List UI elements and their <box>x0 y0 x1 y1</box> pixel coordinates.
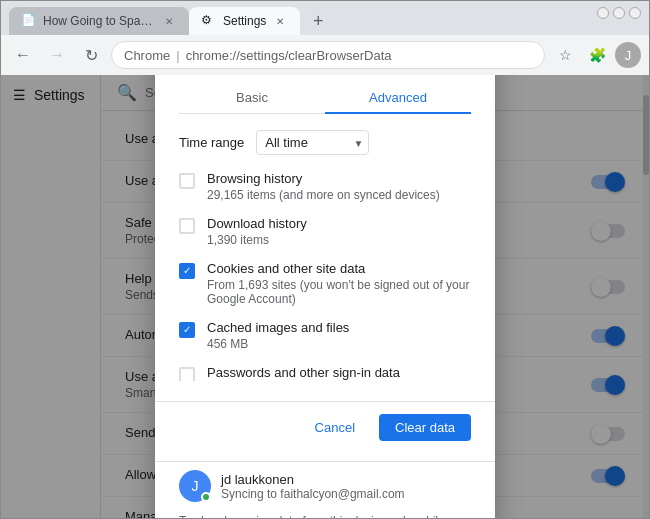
checkbox-cached-images-text: Cached images and files 456 MB <box>207 320 471 351</box>
tab-2-favicon: ⚙ <box>201 13 217 29</box>
checkbox-download-history[interactable]: Download history 1,390 items <box>179 216 471 247</box>
window-controls: ─ □ ✕ <box>597 7 641 19</box>
download-history-label: Download history <box>207 216 471 231</box>
tab-2[interactable]: ⚙ Settings ✕ <box>189 7 300 35</box>
time-range-select[interactable]: All time Last hour Last 24 hours Last 7 … <box>256 130 369 155</box>
account-avatar: J <box>179 470 211 502</box>
restore-button[interactable]: □ <box>613 7 625 19</box>
browsing-history-label: Browsing history <box>207 171 471 186</box>
omnibox-chrome-label: Chrome <box>124 48 170 63</box>
account-email: Syncing to faithalcyon@gmail.com <box>221 487 471 501</box>
checkbox-passwords-text: Passwords and other sign-in data 568 pas… <box>207 365 471 381</box>
sync-status-dot <box>201 492 211 502</box>
checkbox-download-history-text: Download history 1,390 items <box>207 216 471 247</box>
checkbox-cookies[interactable]: Cookies and other site data From 1,693 s… <box>179 261 471 306</box>
title-bar: 📄 How Going to Space Changes th... ✕ ⚙ S… <box>1 1 649 35</box>
checkbox-cookies-input[interactable] <box>179 263 195 279</box>
checkbox-passwords-input[interactable] <box>179 367 195 381</box>
minimize-button[interactable]: ─ <box>597 7 609 19</box>
checkbox-list: Browsing history 29,165 items (and more … <box>179 171 471 381</box>
clear-browsing-dialog: Clear browsing data Basic Advanced Time … <box>155 75 495 518</box>
browsing-history-desc: 29,165 items (and more on synced devices… <box>207 188 471 202</box>
cookies-desc: From 1,693 sites (you won't be signed ou… <box>207 278 471 306</box>
new-tab-button[interactable]: + <box>304 7 332 35</box>
dialog-footer-divider <box>155 401 495 402</box>
tab-1-close-icon[interactable]: ✕ <box>161 13 177 29</box>
tab-1-title: How Going to Space Changes th... <box>43 14 155 28</box>
dialog-body: Time range All time Last hour Last 24 ho… <box>155 114 495 397</box>
modal-backdrop: Clear browsing data Basic Advanced Time … <box>1 75 649 518</box>
forward-button[interactable]: → <box>43 41 71 69</box>
checkbox-passwords[interactable]: Passwords and other sign-in data 568 pas… <box>179 365 471 381</box>
extension-icon[interactable]: 🧩 <box>583 41 611 69</box>
time-range-row: Time range All time Last hour Last 24 ho… <box>179 130 471 155</box>
checkbox-browsing-history-text: Browsing history 29,165 items (and more … <box>207 171 471 202</box>
app-body: ☰ Settings 🔍 Use a pred... Use a web... <box>1 75 649 518</box>
passwords-label: Passwords and other sign-in data <box>207 365 471 380</box>
user-avatar[interactable]: J <box>615 42 641 68</box>
download-history-desc: 1,390 items <box>207 233 471 247</box>
tab-1-favicon: 📄 <box>21 13 37 29</box>
omnibox[interactable]: Chrome | chrome://settings/clearBrowserD… <box>111 41 545 69</box>
cached-images-label: Cached images and files <box>207 320 471 335</box>
dialog-tabs: Basic Advanced <box>179 82 471 114</box>
checkbox-cached-images-input[interactable] <box>179 322 195 338</box>
checkbox-browsing-history[interactable]: Browsing history 29,165 items (and more … <box>179 171 471 202</box>
bookmark-icon[interactable]: ☆ <box>551 41 579 69</box>
browser-window: 📄 How Going to Space Changes th... ✕ ⚙ S… <box>0 0 650 519</box>
omnibox-url: chrome://settings/clearBrowserData <box>186 48 392 63</box>
cancel-button[interactable]: Cancel <box>299 414 371 441</box>
account-info: jd laukkonen Syncing to faithalcyon@gmai… <box>221 472 471 501</box>
tab-group: 📄 How Going to Space Changes th... ✕ ⚙ S… <box>9 7 332 35</box>
cookies-label: Cookies and other site data <box>207 261 471 276</box>
close-button[interactable]: ✕ <box>629 7 641 19</box>
cached-images-desc: 456 MB <box>207 337 471 351</box>
account-row: J jd laukkonen Syncing to faithalcyon@gm… <box>155 461 495 512</box>
dialog-note: To clear browsing data from this device … <box>155 512 495 518</box>
tab-2-close-icon[interactable]: ✕ <box>272 13 288 29</box>
actions-area: Cancel Clear data <box>155 397 495 461</box>
tab-basic[interactable]: Basic <box>179 82 325 113</box>
back-button[interactable]: ← <box>9 41 37 69</box>
checkbox-cookies-text: Cookies and other site data From 1,693 s… <box>207 261 471 306</box>
reload-button[interactable]: ↻ <box>77 41 105 69</box>
toolbar: ← → ↻ Chrome | chrome://settings/clearBr… <box>1 35 649 75</box>
time-range-label: Time range <box>179 135 244 150</box>
tab-advanced[interactable]: Advanced <box>325 82 471 113</box>
time-range-select-wrapper: All time Last hour Last 24 hours Last 7 … <box>256 130 369 155</box>
dialog-note-text: To clear browsing data from this device … <box>179 514 445 518</box>
tab-2-title: Settings <box>223 14 266 28</box>
checkbox-browsing-history-input[interactable] <box>179 173 195 189</box>
dialog-actions: Cancel Clear data <box>155 414 495 457</box>
checkbox-download-history-input[interactable] <box>179 218 195 234</box>
toolbar-right: ☆ 🧩 J <box>551 41 641 69</box>
checkbox-cached-images[interactable]: Cached images and files 456 MB <box>179 320 471 351</box>
clear-data-button[interactable]: Clear data <box>379 414 471 441</box>
omnibox-separator: | <box>176 48 179 63</box>
account-name: jd laukkonen <box>221 472 471 487</box>
tab-1[interactable]: 📄 How Going to Space Changes th... ✕ <box>9 7 189 35</box>
dialog-header: Clear browsing data Basic Advanced <box>155 75 495 114</box>
